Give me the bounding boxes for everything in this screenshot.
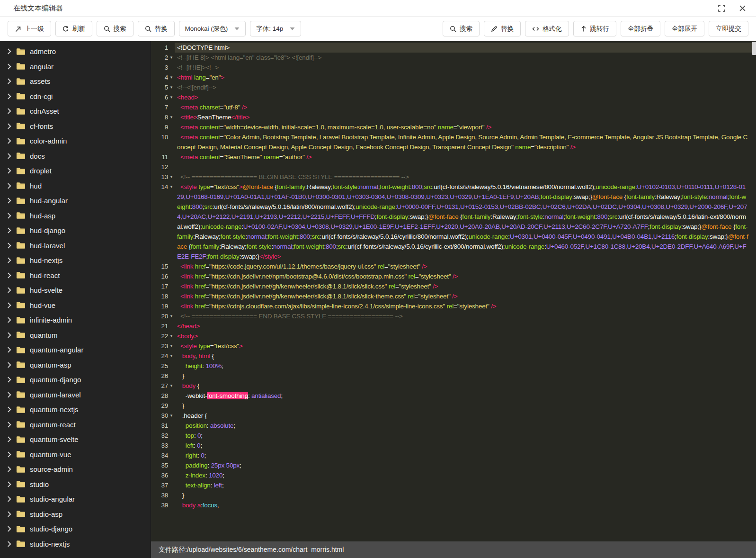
collapse-all-button[interactable]: 全部折叠 xyxy=(621,21,660,36)
code-line[interactable]: 9 <meta content="width=device-width, ini… xyxy=(151,122,756,132)
chevron-right-icon[interactable] xyxy=(7,138,11,144)
sidebar-folder-quantum-vue[interactable]: quantum-vue xyxy=(0,447,151,462)
sidebar-folder-infinite-admin[interactable]: infinite-admin xyxy=(0,313,151,328)
scrollbar-thumb[interactable] xyxy=(752,42,756,55)
fold-caret-icon[interactable]: ▾ xyxy=(168,182,175,192)
code-line[interactable]: 32 top: 0; xyxy=(151,431,756,441)
code-line[interactable]: 13▾ <!-- ================== BEGIN BASE C… xyxy=(151,172,756,182)
chevron-right-icon[interactable] xyxy=(7,48,11,54)
code-line[interactable]: 21</head> xyxy=(151,321,756,331)
sidebar-folder-docs[interactable]: docs xyxy=(0,149,151,164)
chevron-right-icon[interactable] xyxy=(7,496,11,502)
code-line[interactable]: 17 <link href="https://cdn.jsdelivr.net/… xyxy=(151,281,756,291)
chevron-right-icon[interactable] xyxy=(7,287,11,293)
font-size-select[interactable]: 字体: 14p xyxy=(250,21,301,36)
goto-line-button[interactable]: 跳转行 xyxy=(573,21,617,36)
chevron-right-icon[interactable] xyxy=(7,422,11,428)
sidebar-folder-hud-angular[interactable]: hud-angular xyxy=(0,193,151,208)
sidebar-folder-quantum-react[interactable]: quantum-react xyxy=(0,417,151,432)
fold-caret-icon[interactable]: ▾ xyxy=(168,331,175,341)
chevron-right-icon[interactable] xyxy=(7,406,11,413)
sidebar-folder-hud-nextjs[interactable]: hud-nextjs xyxy=(0,253,151,268)
code-line[interactable]: 4▾<html lang="en"> xyxy=(151,72,756,82)
sidebar-folder-hud-laravel[interactable]: hud-laravel xyxy=(0,238,151,253)
chevron-right-icon[interactable] xyxy=(7,481,11,487)
sidebar-folder-hud-django[interactable]: hud-django xyxy=(0,223,151,238)
code-line[interactable]: 3<!--[if !IE]><!--> xyxy=(151,63,756,72)
chevron-right-icon[interactable] xyxy=(7,213,11,219)
code-line[interactable]: 31 position: absolute; xyxy=(151,421,756,431)
chevron-right-icon[interactable] xyxy=(7,93,11,99)
code-line[interactable]: 2▾<!--[if IE 8]> <html lang="en" class="… xyxy=(151,53,756,63)
sidebar-folder-quantum-svelte[interactable]: quantum-svelte xyxy=(0,432,151,447)
sidebar-folder-studio-angular[interactable]: studio-angular xyxy=(0,492,151,507)
fullscreen-icon[interactable] xyxy=(718,5,725,12)
chevron-right-icon[interactable] xyxy=(7,392,11,398)
code-line[interactable]: 1<!DOCTYPE html> xyxy=(151,43,756,53)
chevron-right-icon[interactable] xyxy=(7,123,11,129)
code-line[interactable]: 22▾<body> xyxy=(151,331,756,341)
code-line[interactable]: 5▾<!--<![endif]--> xyxy=(151,82,756,92)
chevron-right-icon[interactable] xyxy=(7,168,11,174)
replace-button-left[interactable]: 替换 xyxy=(138,21,175,36)
chevron-right-icon[interactable] xyxy=(7,183,11,189)
code-line[interactable]: 12 xyxy=(151,162,756,172)
sidebar-folder-hud-svelte[interactable]: hud-svelte xyxy=(0,283,151,298)
sidebar-folder-studio-nextjs[interactable]: studio-nextjs xyxy=(0,537,151,552)
code-line[interactable]: 25 height: 100%; xyxy=(151,361,756,371)
code-line[interactable]: 23▾ <style type="text/css"> xyxy=(151,341,756,351)
sidebar-folder-quantum-django[interactable]: quantum-django xyxy=(0,372,151,387)
chevron-right-icon[interactable] xyxy=(7,362,11,368)
code-editor[interactable]: 1<!DOCTYPE html>2▾<!--[if IE 8]> <html l… xyxy=(151,41,756,541)
sidebar-folder-studio-asp[interactable]: studio-asp xyxy=(0,507,151,522)
code-line[interactable]: 14▾ <style type="text/css">@font-face {f… xyxy=(151,182,756,261)
code-line[interactable]: 38 } xyxy=(151,490,756,500)
chevron-right-icon[interactable] xyxy=(7,511,11,517)
fold-caret-icon[interactable]: ▾ xyxy=(168,112,175,122)
fold-caret-icon[interactable]: ▾ xyxy=(168,341,175,351)
fold-caret-icon[interactable]: ▾ xyxy=(168,92,175,102)
code-line[interactable]: 34 right: 0; xyxy=(151,450,756,460)
code-line[interactable]: 15 <link href="https://code.jquery.com/u… xyxy=(151,261,756,271)
code-line[interactable]: 11 <meta content="SeanTheme" name="autho… xyxy=(151,152,756,162)
fold-caret-icon[interactable]: ▾ xyxy=(168,72,175,82)
chevron-right-icon[interactable] xyxy=(7,272,11,279)
theme-select[interactable]: Monokai (深色) xyxy=(179,21,246,36)
sidebar-folder-quantum-angular[interactable]: quantum-angular xyxy=(0,342,151,358)
chevron-right-icon[interactable] xyxy=(7,198,11,204)
chevron-right-icon[interactable] xyxy=(7,347,11,353)
chevron-right-icon[interactable] xyxy=(7,108,11,114)
chevron-right-icon[interactable] xyxy=(7,377,11,383)
code-line[interactable]: 24▾ body, html { xyxy=(151,351,756,361)
sidebar-folder-color-admin[interactable]: color-admin xyxy=(0,134,151,149)
search-button-left[interactable]: 搜索 xyxy=(97,21,133,36)
code-line[interactable]: 39 body a:focus, xyxy=(151,500,756,510)
submit-button[interactable]: 立即提交 xyxy=(709,21,748,36)
code-line[interactable]: 33 left: 0; xyxy=(151,441,756,450)
chevron-right-icon[interactable] xyxy=(7,541,11,547)
sidebar-folder-cdnAsset[interactable]: cdnAsset xyxy=(0,104,151,119)
fold-caret-icon[interactable]: ▾ xyxy=(168,411,175,421)
sidebar-folder-admetro[interactable]: admetro xyxy=(0,44,151,59)
chevron-right-icon[interactable] xyxy=(7,451,11,458)
code-line[interactable]: 10 <meta content="Color Admin, Bootstrap… xyxy=(151,132,756,152)
sidebar-folder-studio-django[interactable]: studio-django xyxy=(0,522,151,537)
code-line[interactable]: 35 padding: 25px 50px; xyxy=(151,460,756,470)
code-line[interactable]: 27▾ body { xyxy=(151,381,756,391)
chevron-right-icon[interactable] xyxy=(7,436,11,442)
code-line[interactable]: 26 } xyxy=(151,371,756,381)
refresh-button[interactable]: 刷新 xyxy=(55,21,92,36)
chevron-right-icon[interactable] xyxy=(7,153,11,159)
code-line[interactable]: 37 text-align: left; xyxy=(151,480,756,490)
expand-all-button[interactable]: 全部展开 xyxy=(665,21,704,36)
chevron-right-icon[interactable] xyxy=(7,302,11,308)
fold-caret-icon[interactable]: ▾ xyxy=(168,381,175,391)
fold-caret-icon[interactable]: ▾ xyxy=(168,172,175,182)
sidebar-folder-hud-react[interactable]: hud-react xyxy=(0,268,151,283)
search-button[interactable]: 搜索 xyxy=(443,21,480,36)
code-line[interactable]: 19 <link href="https://cdnjs.cloudflare.… xyxy=(151,301,756,311)
sidebar-folder-cf-fonts[interactable]: cf-fonts xyxy=(0,119,151,134)
sidebar-folder-quantum-nextjs[interactable]: quantum-nextjs xyxy=(0,402,151,417)
code-line[interactable]: 29 } xyxy=(151,401,756,411)
chevron-right-icon[interactable] xyxy=(7,332,11,338)
